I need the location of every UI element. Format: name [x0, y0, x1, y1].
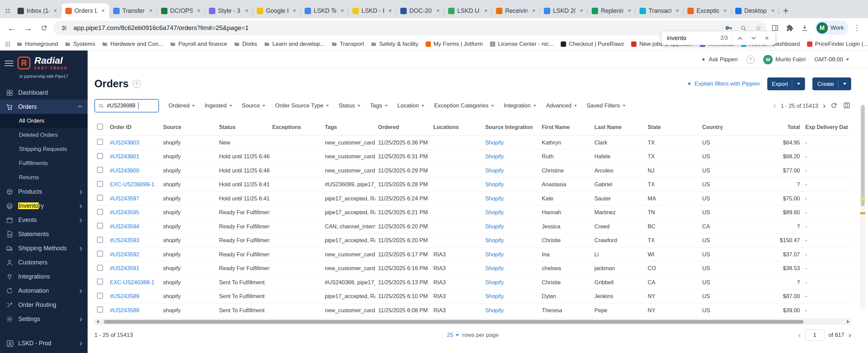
site-settings-icon[interactable]	[59, 23, 69, 33]
row-checkbox[interactable]	[97, 167, 103, 173]
order-id-link[interactable]: #US243595	[110, 209, 139, 215]
browser-tab-style-3-click[interactable]: Style - 3 Click...×	[205, 3, 253, 18]
filter-source[interactable]: Source	[242, 102, 266, 109]
browser-tab-dc-ops-resp[interactable]: DC/OPS Resp...×	[157, 3, 205, 18]
apps-grid-icon[interactable]	[5, 41, 11, 47]
order-id-link[interactable]: #US243594	[110, 223, 139, 229]
row-checkbox[interactable]	[97, 223, 103, 229]
source-integration-link[interactable]: Shopify	[485, 181, 504, 187]
order-id-link[interactable]: EXC-US236099-1	[110, 181, 154, 187]
order-id-link[interactable]: #US243597	[110, 195, 139, 201]
browser-tab-orders-list[interactable]: Orders List - ...×	[61, 3, 109, 18]
order-id-link[interactable]: #US243588	[110, 307, 139, 313]
source-integration-link[interactable]: Shopify	[485, 237, 504, 243]
tab-close-icon[interactable]: ×	[770, 7, 776, 14]
create-button[interactable]: Create	[812, 77, 851, 90]
column-header-source[interactable]: Source	[160, 119, 216, 136]
tab-close-icon[interactable]: ×	[195, 7, 202, 14]
column-header-last-name[interactable]: Last Name	[592, 119, 645, 136]
tab-close-icon[interactable]: ×	[100, 7, 106, 14]
source-integration-link[interactable]: Shopify	[485, 195, 504, 201]
tab-close-icon[interactable]: ×	[243, 7, 250, 14]
row-checkbox[interactable]	[97, 195, 103, 201]
timezone-dropdown[interactable]: GMT-08:00	[814, 56, 849, 63]
filter-integration[interactable]: Integration	[504, 102, 536, 109]
bookmark-homeground[interactable]: Homeground	[13, 39, 61, 49]
page-help-icon[interactable]: ?	[133, 80, 141, 88]
find-close-icon[interactable]: ✕	[762, 33, 772, 43]
browser-tab-lskd-us-or[interactable]: LSKD US - Or...×	[444, 3, 492, 18]
bookmark-systems[interactable]: Systems	[62, 39, 98, 49]
bookmark-learn-and-develop[interactable]: Learn and develop...	[261, 39, 328, 49]
source-integration-link[interactable]: Shopify	[485, 209, 504, 215]
browser-tab-transaction-h[interactable]: Transaction H...×	[636, 3, 683, 18]
row-checkbox[interactable]	[97, 307, 103, 313]
bookmark-pricefinder-login[interactable]: PriceFinder Login |...	[804, 39, 868, 49]
row-checkbox[interactable]	[97, 265, 103, 271]
bookmark-my-forms-jotform[interactable]: My Forms | Jotform	[422, 39, 486, 49]
tab-close-icon[interactable]: ×	[435, 7, 441, 14]
sidebar-item-integrations[interactable]: Integrations	[0, 269, 88, 284]
column-header-country[interactable]: Country	[700, 119, 755, 136]
bookmark-hardware-and-con[interactable]: Hardware and Con...	[99, 39, 166, 49]
sidebar-toggle-icon[interactable]	[5, 60, 13, 66]
tab-close-icon[interactable]: ×	[530, 7, 537, 14]
bookmark-transport[interactable]: Transport	[328, 39, 367, 49]
sidebar-item-shipping-requests[interactable]: Shipping Requests	[0, 142, 88, 156]
sidebar-item-dashboard[interactable]: Dashboard	[0, 86, 88, 100]
browser-tab-exceptions-li[interactable]: Exceptions Li...×	[683, 3, 731, 18]
forward-button[interactable]: →	[21, 21, 35, 35]
browser-tab-replenishme[interactable]: Replenishme...×	[588, 3, 636, 18]
filter-status[interactable]: Status	[339, 102, 361, 109]
column-header-status[interactable]: Status	[216, 119, 270, 136]
order-search-input[interactable]: #US236989	[94, 99, 159, 113]
order-id-link[interactable]: #US243593	[110, 237, 139, 243]
sidebar-item-settings[interactable]: Settings	[0, 312, 88, 326]
filter-order-source-type[interactable]: Order Source Type	[275, 102, 329, 109]
sidebar-item-inventory[interactable]: Inventory	[0, 199, 88, 213]
order-id-link[interactable]: #US243591	[110, 265, 139, 271]
column-header-first-name[interactable]: First Name	[539, 119, 592, 136]
sidebar-item-shipping-methods[interactable]: Shipping Methods	[0, 241, 88, 255]
column-header-order-id[interactable]: Order ID	[107, 119, 160, 136]
scrollbar-thumb[interactable]	[104, 320, 804, 324]
row-checkbox[interactable]	[97, 181, 103, 187]
tab-close-icon[interactable]: ×	[483, 7, 489, 14]
filter-tags[interactable]: Tags	[370, 102, 388, 109]
row-checkbox[interactable]	[97, 139, 103, 145]
explain-filters-button[interactable]: ✦ Explain filters with Pippen	[687, 80, 760, 88]
filter-exception-categories[interactable]: Exception Categories	[434, 102, 494, 109]
scroll-left-icon[interactable]	[95, 319, 100, 324]
next-page-icon[interactable]: ›	[848, 331, 851, 339]
tab-close-icon[interactable]: ×	[674, 7, 681, 14]
column-header-ordered[interactable]: Ordered	[375, 119, 431, 136]
scroll-right-icon[interactable]	[845, 319, 851, 324]
next-page-icon[interactable]: ›	[823, 102, 826, 110]
find-input[interactable]: invento	[667, 35, 717, 42]
browser-tab-transfers-pro[interactable]: Transfers Pro...×	[109, 3, 157, 18]
sidebar-item-order-routing[interactable]: Order Routing	[0, 298, 88, 312]
column-header-state[interactable]: State	[645, 119, 700, 136]
tab-search-icon[interactable]	[2, 3, 13, 18]
help-icon[interactable]: ?	[746, 56, 754, 64]
row-checkbox[interactable]	[97, 153, 103, 159]
bookmark-payroll-and-finance[interactable]: Payroll and finance	[167, 39, 230, 49]
row-checkbox[interactable]	[97, 237, 103, 243]
downloads-icon[interactable]	[798, 22, 811, 34]
horizontal-scrollbar[interactable]	[94, 319, 851, 325]
new-tab-button[interactable]: +	[779, 4, 793, 18]
order-id-link[interactable]: #US243601	[110, 153, 139, 159]
column-header-exp-delivery[interactable]: Exp Delivery Dat	[803, 119, 851, 136]
browser-tab-lskd-power[interactable]: LSKD - Power...×	[348, 3, 396, 18]
row-checkbox[interactable]	[97, 293, 103, 299]
browser-tab-receiving-ha[interactable]: Receiving Ha...×	[492, 3, 540, 18]
find-previous-icon[interactable]	[735, 33, 745, 43]
source-integration-link[interactable]: Shopify	[485, 251, 504, 257]
filter-ingested[interactable]: Ingested	[205, 102, 232, 109]
scrollbar-thumb[interactable]	[861, 105, 865, 206]
tab-close-icon[interactable]: ×	[291, 7, 298, 14]
previous-page-icon[interactable]: ‹	[798, 331, 801, 339]
filter-saved-filters[interactable]: Saved Filters	[587, 102, 626, 109]
refresh-icon[interactable]	[830, 102, 838, 110]
sidebar-item-all-orders[interactable]: All Orders	[0, 114, 88, 128]
